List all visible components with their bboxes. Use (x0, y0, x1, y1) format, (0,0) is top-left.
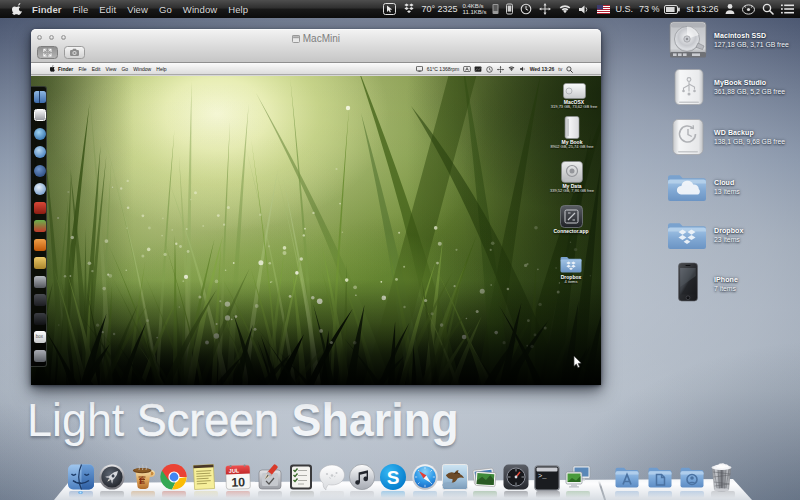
svg-text:É: É (139, 476, 145, 486)
svg-text:JUL: JUL (229, 467, 240, 473)
svg-text:S: S (387, 467, 400, 488)
svg-text:>_: >_ (538, 472, 547, 480)
svg-text:10: 10 (231, 475, 245, 489)
